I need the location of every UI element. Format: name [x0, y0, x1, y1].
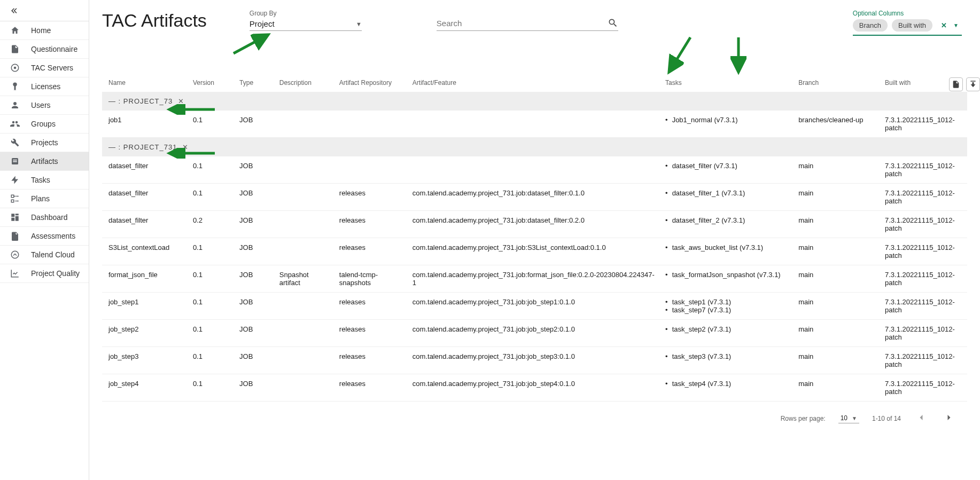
sidebar-item-plans[interactable]: Plans	[0, 190, 89, 208]
export-json-button[interactable]	[949, 77, 963, 91]
table-row[interactable]: format_json_file0.1JOBSnpashot artifactt…	[102, 265, 967, 293]
cell: task_step3 (v7.3.1)	[661, 347, 794, 374]
cell: JOB	[235, 293, 275, 320]
sidebar-item-talend-cloud[interactable]: Talend Cloud	[0, 246, 89, 264]
search-input[interactable]	[437, 19, 608, 28]
svg-point-1	[14, 67, 17, 69]
table-row[interactable]: job_step40.1JOBreleasescom.talend.academ…	[102, 374, 967, 402]
pagination-next-button[interactable]	[942, 410, 956, 427]
cell: format_json_file	[102, 265, 189, 293]
cell: com.talend.academy.project_731.job:forma…	[408, 265, 661, 293]
sidebar-item-label: Projects	[31, 138, 58, 147]
cell: dataset_filter	[102, 156, 189, 184]
cell: com.talend.academy.project_731.job:S3Lis…	[408, 238, 661, 265]
cell: JOB	[235, 374, 275, 402]
rows-per-page-select[interactable]: 10 ▼	[838, 413, 859, 423]
table-row[interactable]: S3List_contextLoad0.1JOBreleasescom.tale…	[102, 238, 967, 265]
cell	[275, 111, 335, 138]
quality-icon	[10, 268, 20, 279]
group-row[interactable]: — : PROJECT_731 ✕	[102, 138, 967, 157]
table-row[interactable]: dataset_filter0.1JOBdataset_filter (v7.3…	[102, 156, 967, 184]
cell: 7.3.1.20221115_1012-patch	[881, 238, 967, 265]
chevron-double-left-icon	[10, 6, 19, 15]
download-button[interactable]	[966, 77, 980, 91]
sidebar-item-label: Dashboard	[31, 213, 68, 222]
svg-rect-3	[13, 160, 17, 161]
column-header[interactable]: Name	[102, 79, 189, 92]
cell: 0.1	[189, 347, 235, 374]
chip-branch[interactable]: Branch	[853, 19, 888, 32]
group-row[interactable]: — : PROJECT_73 ✕	[102, 92, 967, 111]
optional-columns[interactable]: Optional Columns Branch Built with ✕ ▼	[853, 10, 962, 36]
column-header[interactable]: Artifact/Feature	[408, 79, 661, 92]
sidebar-item-projects[interactable]: Projects	[0, 133, 89, 152]
cell: dataset_filter	[102, 184, 189, 211]
cell	[275, 374, 335, 402]
search-field[interactable]	[437, 15, 618, 31]
annotation-arrow	[730, 35, 746, 79]
optional-columns-label: Optional Columns	[853, 10, 962, 17]
table-row[interactable]: job_step20.1JOBreleasescom.talend.academ…	[102, 320, 967, 347]
column-header[interactable]: Artifact Repository	[335, 79, 408, 92]
cell: main	[794, 347, 881, 374]
annotation-arrow	[664, 35, 696, 79]
sidebar-item-label: Plans	[31, 194, 50, 203]
sidebar-item-questionnaire[interactable]: Questionnaire	[0, 40, 89, 59]
column-header[interactable]: Description	[275, 79, 335, 92]
column-header[interactable]: Tasks	[661, 79, 794, 92]
close-icon[interactable]: ✕	[178, 97, 184, 105]
close-icon[interactable]: ✕	[182, 143, 188, 151]
groups-icon	[10, 119, 20, 129]
optional-columns-clear-icon[interactable]: ✕	[941, 21, 947, 29]
chevron-down-icon[interactable]: ▼	[953, 22, 959, 28]
cell: JOB	[235, 211, 275, 238]
cell: branches/cleaned-up	[794, 111, 881, 138]
sidebar-item-dashboard[interactable]: Dashboard	[0, 208, 89, 227]
sidebar-collapse-button[interactable]	[0, 0, 89, 21]
column-header[interactable]: Version	[189, 79, 235, 92]
cell: JOB	[235, 347, 275, 374]
cell: JOB	[235, 184, 275, 211]
sidebar-item-licenses[interactable]: Licenses	[0, 77, 89, 96]
dashboard-icon	[10, 212, 20, 223]
groupby-select[interactable]: Group By Project ▼	[250, 10, 362, 31]
wrench-icon	[10, 137, 20, 148]
sidebar-item-tasks[interactable]: Tasks	[0, 171, 89, 190]
table-row[interactable]: dataset_filter0.1JOBreleasescom.talend.a…	[102, 184, 967, 211]
cell: job_step3	[102, 347, 189, 374]
search-icon	[608, 18, 618, 28]
pagination-prev-button[interactable]	[914, 410, 929, 427]
table-row[interactable]: dataset_filter0.2JOBreleasescom.talend.a…	[102, 211, 967, 238]
cell: main	[794, 238, 881, 265]
sidebar-item-project-quality[interactable]: Project Quality	[0, 264, 89, 283]
sidebar-item-home[interactable]: Home	[0, 21, 89, 40]
group-label: — : PROJECT_731	[108, 143, 177, 151]
cell: 7.3.1.20221115_1012-patch	[881, 293, 967, 320]
task-item: task_step2 (v7.3.1)	[665, 325, 790, 333]
sidebar-item-label: TAC Servers	[31, 64, 73, 72]
cell: talend-tcmp-snapshots	[335, 265, 408, 293]
column-header[interactable]: Type	[235, 79, 275, 92]
plan-icon	[10, 193, 20, 204]
cell: 0.1	[189, 320, 235, 347]
sidebar-item-label: Tasks	[31, 176, 50, 184]
cell: releases	[335, 320, 408, 347]
cell: releases	[335, 347, 408, 374]
chip-builtwith[interactable]: Built with	[892, 19, 932, 32]
cell: 7.3.1.20221115_1012-patch	[881, 347, 967, 374]
sidebar-item-users[interactable]: Users	[0, 96, 89, 115]
task-item: dataset_filter_1 (v7.3.1)	[665, 189, 790, 197]
sidebar-item-groups[interactable]: Groups	[0, 115, 89, 133]
cell: 7.3.1.20221115_1012-patch	[881, 111, 967, 138]
sidebar-item-label: Artifacts	[31, 157, 58, 166]
sidebar-item-artifacts[interactable]: Artifacts	[0, 152, 89, 171]
sidebar-item-tac-servers[interactable]: TAC Servers	[0, 59, 89, 77]
cell: dataset_filter	[102, 211, 189, 238]
table-row[interactable]: job10.1JOBJob1_normal (v7.3.1)branches/c…	[102, 111, 967, 138]
table-row[interactable]: job_step30.1JOBreleasescom.talend.academ…	[102, 347, 967, 374]
cell: JOB	[235, 265, 275, 293]
sidebar-item-assessments[interactable]: Assessments	[0, 227, 89, 246]
table-row[interactable]: job_step10.1JOBreleasescom.talend.academ…	[102, 293, 967, 320]
task-item: task_step3 (v7.3.1)	[665, 352, 790, 360]
column-header[interactable]: Branch	[794, 79, 881, 92]
